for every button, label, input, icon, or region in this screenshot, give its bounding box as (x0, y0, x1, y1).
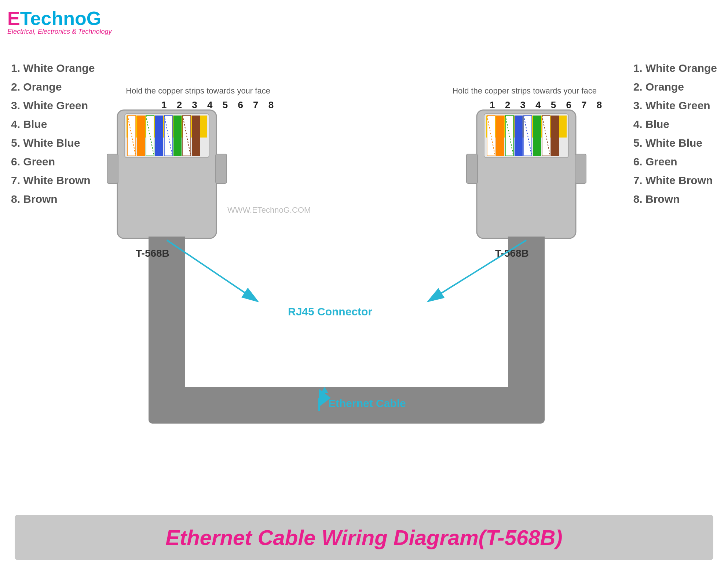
pin-numbers-right: 1 2 3 4 5 6 7 8 (490, 99, 606, 110)
ethernet-label: Ethernet Cable (328, 397, 406, 409)
left-wire-6-green (173, 116, 182, 156)
wire-item-right-4: 4. Blue (633, 115, 717, 133)
left-wire-4-blue (155, 116, 163, 156)
left-tab-left (107, 154, 118, 183)
label-568b-left: T-568B (136, 248, 169, 259)
wire-item-right-1: 1. White Orange (633, 59, 717, 77)
logo-e: E (7, 8, 20, 29)
wire-item-left-7: 7. White Brown (11, 171, 95, 190)
wire-item-left-1: 1. White Orange (11, 59, 95, 77)
right-wire-4-blue (515, 116, 523, 156)
wire-item-right-3: 3. White Green (633, 96, 717, 115)
left-wire-2-orange (137, 116, 145, 156)
pin-numbers-left: 1 2 3 4 5 6 7 8 (161, 99, 277, 110)
right-wire-2-orange (496, 116, 504, 156)
watermark: WWW.ETechnoG.COM (227, 205, 311, 215)
left-cable-down (149, 237, 185, 391)
wire-item-right-7: 7. White Brown (633, 171, 717, 190)
wire-item-right-5: 5. White Blue (633, 133, 717, 152)
wire-item-left-2: 2. Orange (11, 77, 95, 96)
wire-list-right: 1. White Orange 2. Orange 3. White Green… (633, 59, 717, 208)
wire-list-left: 1. White Orange 2. Orange 3. White Green… (11, 59, 95, 208)
right-wire-6-green (533, 116, 541, 156)
left-wire-8-brown (192, 116, 200, 156)
instruction-left: Hold the copper strips towards your face (126, 86, 270, 95)
logo-area: ETechnoG Electrical, Electronics & Techn… (7, 7, 111, 36)
page: ETechnoG Electrical, Electronics & Techn… (0, 0, 728, 571)
logo-technog: TechnoG (20, 8, 101, 29)
right-cable-down (508, 237, 545, 391)
wire-item-left-8: 8. Brown (11, 190, 95, 208)
bottom-banner: Ethernet Cable Wiring Diagram(T-568B) (15, 515, 713, 560)
right-wire-8-brown (551, 116, 559, 156)
diagram-svg: Hold the copper strips towards your face… (0, 37, 728, 440)
wire-item-right-8: 8. Brown (633, 190, 717, 208)
wire-item-left-5: 5. White Blue (11, 133, 95, 152)
right-tab-left (467, 154, 478, 183)
wire-item-left-4: 4. Blue (11, 115, 95, 133)
wire-item-right-2: 2. Orange (633, 77, 717, 96)
instruction-right: Hold the copper strips towards your face (452, 86, 597, 95)
logo-subtitle: Electrical, Electronics & Technology (7, 28, 111, 36)
wire-item-left-6: 6. Green (11, 152, 95, 171)
wire-item-left-3: 3. White Green (11, 96, 95, 115)
rj45-label: RJ45 Connector (288, 305, 372, 318)
bottom-banner-title: Ethernet Cable Wiring Diagram(T-568B) (165, 526, 562, 549)
left-tab-right (216, 154, 227, 183)
right-tab-right (575, 154, 586, 183)
wire-item-right-6: 6. Green (633, 152, 717, 171)
